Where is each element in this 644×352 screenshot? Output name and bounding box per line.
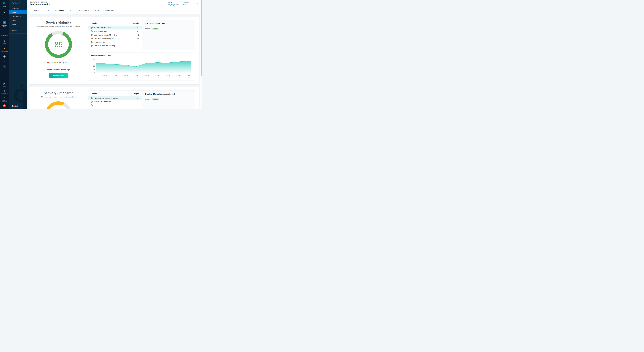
scorecard-subtitle: Measures development best practices agai… bbox=[29, 25, 88, 27]
nav-item-apis[interactable]: APIs bbox=[9, 22, 27, 26]
owner-label: Owner bbox=[168, 1, 179, 3]
svg-text:27 Aug: 27 Aug bbox=[134, 75, 138, 76]
check-row[interactable]: API success rate > 99% 10 bbox=[88, 26, 142, 29]
rail-bottom-group: HELP ▦ DASHBOARDS ⚙ ACCOUNT SETTINGS HM bbox=[1, 81, 8, 109]
search-input[interactable]: Search bbox=[9, 0, 27, 5]
rail-item-projects[interactable]: ◈ Projects bbox=[0, 11, 9, 16]
scrollbar-thumb[interactable] bbox=[201, 0, 202, 76]
check-row[interactable]: Less than 1% error in prod 15 bbox=[88, 37, 142, 40]
cloud-costs-icon: $ bbox=[3, 55, 6, 58]
lifecycle-value[interactable]: prod bbox=[183, 4, 189, 5]
nav-separator bbox=[9, 33, 27, 34]
rail-item-builds[interactable]: ⚙ Builds bbox=[0, 40, 9, 44]
nav-item-admin[interactable]: Admin bbox=[9, 28, 27, 32]
rail-item-home[interactable]: Home bbox=[0, 1, 9, 7]
tab-scorecard[interactable]: Scorecard bbox=[56, 7, 64, 14]
tab-cicd[interactable]: CI/CD bbox=[45, 7, 49, 14]
entity-header: COMPONENT — SERVICE boutique-frontend ★ … bbox=[27, 0, 202, 7]
rail-item-developer-portal[interactable]: ▤ Developer Portal bbox=[0, 21, 9, 27]
rail-item-feature-flags[interactable]: ⚑ Feature Flags bbox=[0, 48, 9, 52]
rerun-checks-button[interactable]: Rerun Checks bbox=[49, 73, 68, 78]
tab-docs[interactable]: Docs bbox=[95, 7, 99, 14]
page-title: boutique-frontend bbox=[30, 3, 48, 5]
scorecard-details: Checks Weight API success rate > 99% 10 … bbox=[88, 20, 195, 80]
scorecard-details: Checks Weight Pipeline OPA policies are … bbox=[88, 90, 195, 109]
svg-text:50: 50 bbox=[93, 65, 95, 67]
feature-flags-icon: ⚑ bbox=[3, 48, 5, 50]
user-avatar[interactable]: HM bbox=[3, 104, 6, 107]
rail-item-label: Feature Flags bbox=[1, 51, 8, 52]
rail-item-dashboards[interactable]: ▦ DASHBOARDS bbox=[1, 89, 8, 94]
rail-item-account-settings[interactable]: ⚙ ACCOUNT SETTINGS bbox=[1, 96, 8, 102]
kebab-menu-icon[interactable]: ⋮ bbox=[196, 2, 199, 5]
legend-item: 50-74 bbox=[54, 62, 61, 64]
check-row[interactable]: Branch protection is set 30 bbox=[88, 100, 142, 103]
check-row[interactable]: Pipeline OPA policies are satisfied 10 bbox=[88, 96, 142, 100]
check-row[interactable]: Java version is LTS 20 bbox=[88, 29, 142, 33]
rail-item-label: Developer Portal bbox=[0, 25, 8, 27]
rail-item-label: Home bbox=[3, 6, 6, 7]
check-passed-icon bbox=[91, 34, 92, 36]
legend-item: 0-49 bbox=[47, 62, 52, 64]
check-detail-panel: API success rate > 99% Status: PASSED bbox=[142, 20, 194, 50]
score-legend: 0-49 50-74 75-100 bbox=[29, 62, 88, 64]
search-icon bbox=[12, 2, 14, 4]
check-row[interactable] bbox=[88, 103, 142, 107]
module-switcher-button[interactable]: ▦ bbox=[3, 65, 6, 68]
lifecycle-meta[interactable]: Lifecycle prod bbox=[183, 1, 189, 5]
nav-item-catalog[interactable]: Catalog bbox=[9, 10, 27, 14]
check-passed-icon bbox=[91, 41, 92, 43]
nav-item-self-service[interactable]: Self service bbox=[9, 14, 27, 18]
legend-dot-amber bbox=[54, 62, 56, 63]
rail-item-label: Deployments bbox=[1, 35, 8, 36]
status-label: Status: bbox=[145, 28, 150, 30]
check-weight: 15 bbox=[132, 37, 139, 39]
check-weight: 30 bbox=[132, 101, 139, 103]
scorecard-summary: Security Standards Measures best practic… bbox=[29, 90, 88, 109]
nav-item-docs[interactable]: Docs bbox=[9, 18, 27, 22]
lifecycle-label: Lifecycle bbox=[183, 1, 189, 3]
rail-item-cloud-costs[interactable]: $ Cloud Costs bbox=[0, 55, 9, 60]
check-weight: 30 bbox=[132, 41, 139, 43]
owner-value[interactable]: field_engineering bbox=[168, 4, 179, 5]
chevron-down-icon[interactable]: ▾ bbox=[4, 60, 5, 63]
checks-detail-pair: Checks Weight Pipeline OPA policies are … bbox=[88, 90, 195, 109]
checks-panel: Checks Weight API success rate > 99% 10 … bbox=[88, 20, 142, 50]
scorecard-security-standards: Security Standards Measures best practic… bbox=[29, 87, 199, 109]
svg-text:0: 0 bbox=[94, 72, 95, 74]
check-row[interactable]: Mean time to merge PR < 48 hr 5 bbox=[88, 33, 142, 37]
rail-item-help[interactable]: HELP bbox=[1, 83, 8, 87]
rail-item-deployments[interactable]: ↻ Deployments bbox=[0, 31, 9, 36]
check-row[interactable]: TechDocs exists 30 bbox=[88, 40, 142, 44]
chat-bubble-icon bbox=[3, 83, 5, 85]
status-badge: PASSED bbox=[152, 98, 159, 100]
legend-label: 75-100 bbox=[65, 62, 70, 64]
check-label: TechDocs exists bbox=[94, 41, 132, 43]
builds-icon: ⚙ bbox=[3, 40, 5, 42]
projects-icon: ◈ bbox=[4, 11, 5, 14]
check-label: Mean time to merge PR < 48 hr bbox=[94, 34, 132, 36]
tab-dependencies[interactable]: Dependencies bbox=[78, 7, 89, 14]
decorative-ring bbox=[14, 89, 27, 102]
tab-api[interactable]: API bbox=[70, 7, 72, 14]
favorite-star-icon[interactable]: ★ bbox=[49, 3, 50, 5]
check-failed-icon bbox=[91, 101, 92, 103]
developer-portal-icon: ▤ bbox=[3, 21, 6, 24]
portal-sidenav: Search Overview Catalog Self service Doc… bbox=[9, 0, 27, 109]
nav-item-overview[interactable]: Overview bbox=[9, 6, 27, 10]
check-passed-icon bbox=[91, 27, 92, 28]
score-donut: 85 bbox=[45, 31, 72, 58]
check-failed-icon bbox=[91, 37, 92, 39]
gear-icon: ⚙ bbox=[4, 96, 5, 99]
svg-text:100: 100 bbox=[92, 58, 95, 60]
check-weight: 20 bbox=[132, 30, 139, 32]
tab-kubernetes[interactable]: Kubernetes bbox=[105, 7, 114, 14]
check-row[interactable]: More than 70% test coverage 20 bbox=[88, 44, 142, 47]
sidenav-footer: INTERNAL DEVELOPER Portal bbox=[12, 103, 26, 107]
improvement-chart: 025507510024 Aug25 Aug26 Aug27 Aug28 Aug… bbox=[91, 57, 192, 79]
owner-meta[interactable]: Owner field_engineering bbox=[168, 1, 179, 5]
tab-overview[interactable]: Overview bbox=[32, 7, 39, 14]
module-rail: Home ◈ Projects ▤ Developer Portal ↻ Dep… bbox=[0, 0, 9, 109]
legend-label: 50-74 bbox=[56, 62, 61, 64]
check-label: Branch protection is set bbox=[94, 101, 132, 103]
